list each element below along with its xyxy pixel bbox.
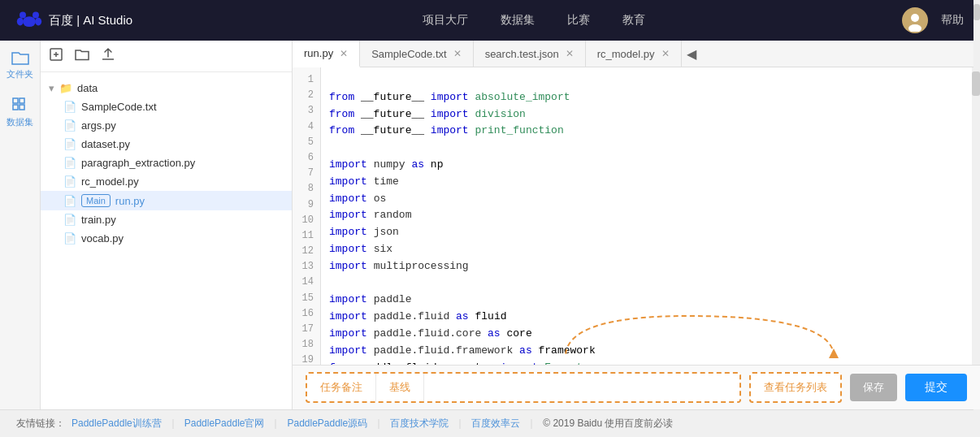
code-lines: from __future__ import absolute_import f…: [321, 67, 980, 365]
nav-item-datasets[interactable]: 数据集: [501, 13, 535, 28]
file-toolbar: [41, 41, 292, 72]
list-item-active[interactable]: 📄 Main run.py: [41, 191, 292, 210]
line-numbers: 123456789101112131415161718192021222324: [293, 67, 321, 365]
baseline-tab[interactable]: 基线: [376, 374, 424, 401]
main-layout: 文件夹 数据集: [0, 41, 980, 409]
file-panel: ▾ 📁 data 📄 SampleCode.txt 📄 args.py 📄 da…: [41, 41, 293, 409]
footer: 友情链接： PaddlePaddle训练营 ｜ PaddlePaddle官网 ｜…: [0, 409, 980, 437]
footer-copyright: © 2019 Baidu 使用百度前必读: [543, 417, 673, 431]
task-input[interactable]: [424, 374, 739, 401]
sidebar-item-datasets[interactable]: 数据集: [7, 97, 33, 128]
file-icon: 📄: [63, 101, 76, 113]
tab-label: search.test.json: [485, 48, 559, 60]
code-editor[interactable]: 123456789101112131415161718192021222324 …: [293, 67, 980, 365]
list-item[interactable]: 📄 SampleCode.txt: [41, 97, 292, 116]
sidebar-item-files[interactable]: 文件夹: [7, 49, 33, 80]
dataset-icon: [11, 97, 29, 115]
code-scrollbar[interactable]: [972, 67, 980, 365]
file-icon: 📄: [63, 157, 76, 169]
svg-rect-10: [13, 105, 18, 110]
editor-area: run.py ✕ SampleCode.txt ✕ search.test.js…: [293, 41, 980, 409]
folder-name: data: [77, 82, 98, 94]
footer-link-paddle-web[interactable]: PaddlePaddle官网: [184, 417, 265, 431]
file-icon: 📄: [63, 175, 76, 188]
svg-point-6: [911, 14, 919, 22]
folder-icon: 📁: [59, 82, 72, 94]
file-tree: ▾ 📁 data 📄 SampleCode.txt 📄 args.py 📄 da…: [41, 72, 292, 409]
file-name: rc_model.py: [81, 175, 139, 188]
sidebar-icons: 文件夹 数据集: [0, 41, 41, 409]
list-item[interactable]: 📄 rc_model.py: [41, 172, 292, 191]
file-name: paragraph_extraction.py: [81, 157, 195, 169]
chevron-down-icon: ▾: [49, 82, 54, 94]
save-button[interactable]: 保存: [850, 374, 897, 401]
tab-search-json[interactable]: search.test.json ✕: [474, 41, 586, 67]
upload-icon[interactable]: [101, 47, 115, 65]
bottom-right-actions: 查看任务列表 保存 提交: [749, 372, 967, 403]
sidebar-datasets-label: 数据集: [7, 116, 33, 128]
file-icon: 📄: [63, 195, 76, 207]
file-name: run.py: [115, 195, 145, 207]
tab-close-icon[interactable]: ✕: [566, 48, 574, 59]
tab-label: SampleCode.txt: [371, 48, 447, 60]
code-content: 123456789101112131415161718192021222324 …: [293, 67, 980, 365]
submit-button[interactable]: 提交: [905, 374, 967, 401]
list-item[interactable]: 📄 args.py: [41, 116, 292, 135]
help-link[interactable]: 帮助: [941, 13, 964, 28]
tab-rc-model[interactable]: rc_model.py ✕: [586, 41, 682, 67]
file-icon: 📄: [63, 214, 76, 226]
baidu-logo-icon: [16, 7, 42, 33]
view-tasks-button[interactable]: 查看任务列表: [749, 372, 842, 403]
tab-samplecode[interactable]: SampleCode.txt ✕: [360, 41, 474, 67]
file-name: args.py: [81, 119, 116, 132]
sidebar-files-label: 文件夹: [7, 68, 33, 80]
file-name: dataset.py: [81, 138, 130, 150]
footer-link-baidu-efficiency[interactable]: 百度效率云: [471, 417, 520, 431]
file-name: train.py: [81, 214, 116, 226]
folder-icon: [11, 49, 29, 67]
footer-link-paddle-src[interactable]: PaddlePaddle源码: [287, 417, 367, 431]
task-input-area: 任务备注 基线: [306, 372, 741, 403]
new-folder-icon[interactable]: [75, 47, 89, 65]
task-notes-tab[interactable]: 任务备注: [307, 374, 376, 401]
editor-tabs: run.py ✕ SampleCode.txt ✕ search.test.js…: [293, 41, 980, 67]
svg-rect-11: [20, 105, 24, 110]
tab-label: run.py: [304, 47, 333, 59]
nav-item-competition[interactable]: 比赛: [567, 13, 590, 28]
tab-close-icon[interactable]: ✕: [661, 48, 670, 59]
svg-point-3: [17, 18, 24, 26]
nav-item-education[interactable]: 教育: [622, 13, 645, 28]
tab-run-py[interactable]: run.py ✕: [293, 41, 360, 67]
main-badge: Main: [81, 194, 111, 207]
header: 百度 | AI Studio 项目大厅 数据集 比赛 教育 帮助: [0, 0, 980, 41]
file-icon: 📄: [63, 119, 76, 132]
svg-rect-9: [20, 98, 24, 103]
list-item[interactable]: 📄 dataset.py: [41, 135, 292, 154]
tab-close-icon[interactable]: ✕: [340, 48, 348, 59]
collapse-panel-icon[interactable]: ◀: [682, 41, 701, 67]
tab-close-icon[interactable]: ✕: [453, 48, 462, 59]
avatar[interactable]: [902, 7, 928, 33]
new-file-icon[interactable]: [49, 47, 63, 65]
svg-point-4: [35, 18, 41, 26]
footer-link-baidu-academy[interactable]: 百度技术学院: [390, 417, 449, 431]
header-right: 帮助: [902, 7, 964, 33]
bottom-toolbar: 任务备注 基线 查看任务列表 保存 提交: [293, 365, 980, 409]
list-item[interactable]: 📄 train.py: [41, 210, 292, 229]
folder-data[interactable]: ▾ 📁 data: [41, 79, 292, 97]
file-icon: 📄: [63, 138, 76, 150]
header-nav: 项目大厅 数据集 比赛 教育: [165, 13, 902, 28]
svg-rect-8: [13, 98, 18, 103]
tab-label: rc_model.py: [597, 48, 655, 60]
nav-item-projects[interactable]: 项目大厅: [423, 13, 468, 28]
file-icon: 📄: [63, 232, 76, 244]
svg-point-2: [33, 12, 39, 19]
list-item[interactable]: 📄 paragraph_extraction.py: [41, 154, 292, 172]
footer-link-paddle-camp[interactable]: PaddlePaddle训练营: [72, 417, 162, 431]
list-item[interactable]: 📄 vocab.py: [41, 229, 292, 248]
svg-point-1: [20, 12, 26, 19]
user-avatar-icon: [904, 9, 926, 32]
file-name: vocab.py: [81, 232, 124, 244]
svg-point-0: [23, 16, 36, 27]
logo: 百度 | AI Studio: [16, 7, 132, 33]
